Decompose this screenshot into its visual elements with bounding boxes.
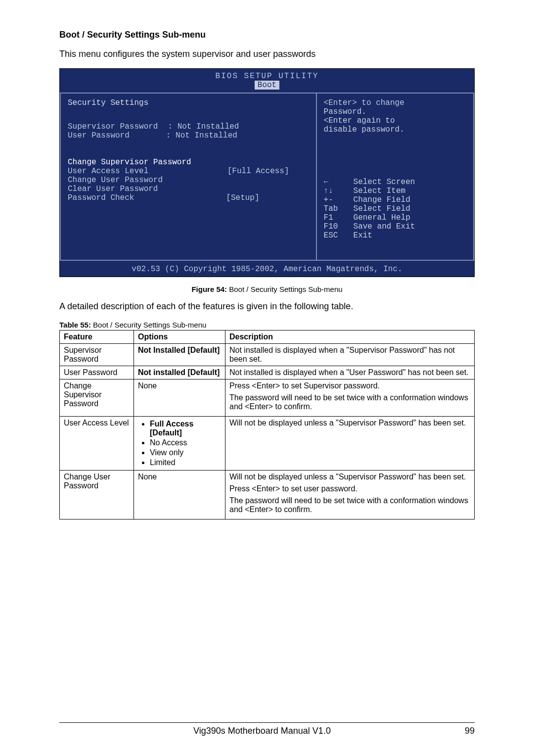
footer-center: Vig390s Motherboard Manual V1.0 bbox=[193, 726, 331, 736]
desc-p3: The password will need to be set twice w… bbox=[229, 496, 470, 514]
help-line-1: <Enter> to change bbox=[324, 98, 466, 107]
bios-row-supervisor: Supervisor Password : Not Installed bbox=[68, 122, 309, 131]
intro-text: This menu configures the system supervis… bbox=[59, 49, 475, 59]
cell-desc: Will not be displayed unless a "Supervis… bbox=[225, 471, 475, 520]
bios-section-title: Security Settings bbox=[68, 98, 309, 107]
nav-key: ESC bbox=[324, 231, 354, 240]
table-caption: Table 55: Boot / Security Settings Sub-m… bbox=[59, 321, 475, 329]
cell-desc: Will not be displayed unless a "Supervis… bbox=[225, 417, 475, 471]
cell-options: Not installed [Default] bbox=[134, 366, 225, 379]
bios-row-user: User Password : Not Installed bbox=[68, 131, 309, 140]
nav-label: Select Field bbox=[354, 204, 410, 213]
help-line-2: Password. bbox=[324, 107, 466, 116]
bios-right-pane: <Enter> to change Password. <Enter again… bbox=[317, 93, 474, 261]
table-row: Change Supervisor Password None Press <E… bbox=[60, 379, 475, 417]
bios-help-block: <Enter> to change Password. <Enter again… bbox=[324, 98, 466, 134]
bios-body: Security Settings Supervisor Password : … bbox=[60, 92, 474, 261]
nav-line: TabSelect Field bbox=[324, 204, 466, 213]
opt-bold: Full Access [Default] bbox=[150, 420, 193, 437]
help-line-3: <Enter again to bbox=[324, 116, 466, 125]
change-supervisor-item[interactable]: Change Supervisor Password bbox=[68, 158, 309, 167]
desc-p1: Press <Enter> to set Supervisor password… bbox=[229, 381, 470, 390]
supervisor-label: Supervisor Password bbox=[68, 122, 158, 131]
table-row: User Password Not installed [Default] No… bbox=[60, 366, 475, 379]
figure-caption: Figure 54: Boot / Security Settings Sub-… bbox=[59, 285, 475, 293]
nav-line: ESCExit bbox=[324, 231, 466, 240]
nav-label: Change Field bbox=[354, 195, 410, 204]
list-item: Limited bbox=[150, 458, 221, 467]
bios-tab-row: Boot bbox=[60, 81, 474, 92]
nav-line: ←Select Screen bbox=[324, 178, 466, 187]
th-options: Options bbox=[134, 331, 225, 344]
cell-options: None bbox=[134, 379, 225, 417]
figure-caption-label: Figure 54: bbox=[191, 285, 227, 293]
table-caption-text: Boot / Security Settings Sub-menu bbox=[91, 321, 206, 329]
figure-caption-text: Boot / Security Settings Sub-menu bbox=[227, 285, 342, 293]
user-access-row[interactable]: User Access Level [Full Access] bbox=[68, 167, 309, 176]
description-text: A detailed description of each of the fe… bbox=[59, 301, 475, 312]
nav-line: F10Save and Exit bbox=[324, 222, 466, 231]
nav-key: F10 bbox=[324, 222, 354, 231]
nav-key: Tab bbox=[324, 204, 354, 213]
nav-key: ← bbox=[324, 178, 354, 187]
desc-p2: The password will need to be set twice w… bbox=[229, 393, 470, 411]
cell-feature: Change Supervisor Password bbox=[60, 379, 134, 417]
cell-feature: Supervisor Password bbox=[60, 344, 134, 366]
nav-label: Select Item bbox=[354, 187, 406, 195]
list-item: Full Access [Default] bbox=[150, 420, 221, 437]
bios-footer: v02.53 (C) Copyright 1985-2002, American… bbox=[60, 261, 474, 277]
list-item: No Access bbox=[150, 438, 221, 447]
table-header-row: Feature Options Description bbox=[60, 331, 475, 344]
table-caption-label: Table 55: bbox=[59, 321, 91, 329]
bios-left-pane: Security Settings Supervisor Password : … bbox=[60, 93, 317, 261]
bios-header: BIOS SETUP UTILITY bbox=[60, 69, 474, 81]
opt-bold: Not installed [Default] bbox=[138, 368, 220, 377]
clear-user-item[interactable]: Clear User Password bbox=[68, 185, 309, 193]
th-feature: Feature bbox=[60, 331, 134, 344]
change-user-item[interactable]: Change User Password bbox=[68, 176, 309, 185]
cell-options: None bbox=[134, 471, 225, 520]
supervisor-value: : Not Installed bbox=[158, 122, 309, 131]
nav-label: General Help bbox=[354, 213, 410, 222]
password-check-value: [Setup] bbox=[226, 193, 309, 202]
user-value: : Not Installed bbox=[130, 131, 309, 140]
list-item: View only bbox=[150, 448, 221, 457]
table-row: Supervisor Password Not Installed [Defau… bbox=[60, 344, 475, 366]
table-row: User Access Level Full Access [Default] … bbox=[60, 417, 475, 471]
bios-header-title: BIOS SETUP UTILITY bbox=[216, 72, 319, 81]
cell-options: Not Installed [Default] bbox=[134, 344, 225, 366]
password-check-row[interactable]: Password Check [Setup] bbox=[68, 193, 309, 202]
cell-desc: Press <Enter> to set Supervisor password… bbox=[225, 379, 475, 417]
cell-feature: Change User Password bbox=[60, 471, 134, 520]
user-label: User Password bbox=[68, 131, 130, 140]
bios-nav-block: ←Select Screen ↑↓Select Item +-Change Fi… bbox=[324, 178, 466, 240]
help-line-4: disable password. bbox=[324, 125, 466, 134]
nav-key: F1 bbox=[324, 213, 354, 222]
desc-p2: Press <Enter> to set user password. bbox=[229, 484, 470, 493]
nav-label: Save and Exit bbox=[354, 222, 415, 231]
feature-table: Feature Options Description Supervisor P… bbox=[59, 330, 475, 520]
bios-screenshot: BIOS SETUP UTILITY Boot Security Setting… bbox=[59, 68, 475, 277]
nav-key: ↑↓ bbox=[324, 187, 354, 195]
page-footer: Vig390s Motherboard Manual V1.0 99 bbox=[59, 722, 475, 736]
nav-line: +-Change Field bbox=[324, 195, 466, 204]
user-access-label: User Access Level bbox=[68, 167, 148, 176]
footer-page-number: 99 bbox=[465, 726, 475, 736]
opt-bold: Not Installed [Default] bbox=[138, 346, 220, 354]
nav-label: Select Screen bbox=[354, 178, 415, 187]
th-description: Description bbox=[225, 331, 475, 344]
cell-desc: Not installed is displayed when a "User … bbox=[225, 366, 475, 379]
cell-options: Full Access [Default] No Access View onl… bbox=[134, 417, 225, 471]
cell-feature: User Password bbox=[60, 366, 134, 379]
cell-feature: User Access Level bbox=[60, 417, 134, 471]
nav-line: F1General Help bbox=[324, 213, 466, 222]
password-check-label: Password Check bbox=[68, 193, 134, 202]
section-title: Boot / Security Settings Sub-menu bbox=[59, 30, 475, 40]
nav-key: +- bbox=[324, 195, 354, 204]
user-access-value: [Full Access] bbox=[227, 167, 309, 176]
desc-p1: Will not be displayed unless a "Supervis… bbox=[229, 472, 470, 481]
bios-tab-boot: Boot bbox=[255, 81, 279, 90]
nav-line: ↑↓Select Item bbox=[324, 187, 466, 195]
nav-label: Exit bbox=[354, 231, 372, 240]
table-row: Change User Password None Will not be di… bbox=[60, 471, 475, 520]
